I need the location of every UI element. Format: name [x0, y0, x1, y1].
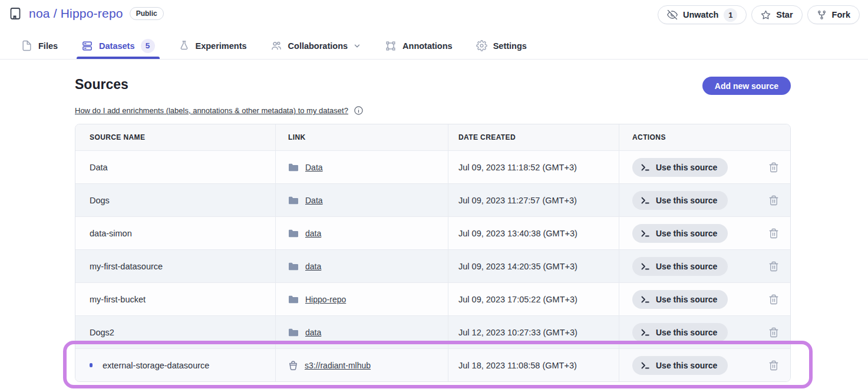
watch-count-badge: 1 [724, 8, 737, 22]
table-row: my-first-datasource data Jul 09, 2023 14… [75, 249, 790, 282]
terminal-icon [641, 262, 650, 271]
source-name-cell: my-first-bucket [75, 283, 276, 315]
terminal-icon [641, 328, 650, 337]
tab-experiments[interactable]: Experiments [179, 32, 247, 59]
use-this-source-button[interactable]: Use this source [632, 257, 728, 276]
sources-table: SOURCE NAME LINK DATE CREATED ACTIONS Da… [75, 124, 791, 382]
actions-cell: Use this source [619, 283, 790, 315]
delete-source-button[interactable] [768, 360, 779, 371]
use-this-source-label: Use this source [656, 229, 717, 238]
source-status-dot-icon [90, 363, 93, 367]
eye-off-icon [667, 9, 678, 20]
actions-cell: Use this source [619, 151, 790, 183]
header-date-created: DATE CREATED [448, 124, 619, 150]
fork-label: Fork [832, 10, 850, 19]
source-link[interactable]: s3://radiant-mlhub [305, 361, 371, 370]
source-name: Dogs2 [90, 328, 114, 337]
tab-collaborations-label: Collaborations [288, 41, 348, 51]
tab-datasets-label: Datasets [99, 41, 134, 51]
link-cell: Data [276, 184, 448, 216]
table-row: Dogs Data Jul 09, 2023 11:27:57 (GMT+3) … [75, 183, 790, 216]
date-cell: Jul 09, 2023 11:18:52 (GMT+3) [448, 151, 619, 183]
actions-cell: Use this source [619, 217, 790, 249]
flask-icon [179, 40, 190, 51]
page-title: Sources [75, 77, 128, 93]
header-link: LINK [276, 124, 448, 150]
date-cell: Jul 18, 2023 11:08:58 (GMT+3) [448, 349, 619, 381]
folder-icon [288, 229, 299, 238]
tab-files-label: Files [38, 41, 58, 51]
use-this-source-button[interactable]: Use this source [632, 290, 728, 309]
tab-settings-label: Settings [493, 41, 527, 51]
source-name: external-storage-datasource [103, 361, 209, 370]
tab-experiments-label: Experiments [196, 41, 247, 51]
source-name-cell: data-simon [75, 217, 276, 249]
link-cell: data [276, 217, 448, 249]
visibility-badge: Public [130, 7, 164, 20]
source-link[interactable]: Hippo-repo [305, 295, 346, 304]
annotations-icon [385, 40, 397, 52]
table-row: Data Data Jul 09, 2023 11:18:52 (GMT+3) … [75, 150, 790, 183]
gear-icon [476, 40, 487, 51]
star-button[interactable]: Star [751, 5, 802, 24]
bucket-icon [288, 360, 298, 371]
link-cell: Data [276, 151, 448, 183]
source-link[interactable]: data [305, 262, 321, 271]
source-name-cell: external-storage-datasource [75, 349, 276, 381]
tab-datasets[interactable]: Datasets 5 [81, 32, 154, 59]
date-cell: Jul 09, 2023 14:20:35 (GMT+3) [448, 250, 619, 282]
source-name-cell: Dogs2 [75, 316, 276, 348]
terminal-icon [641, 163, 650, 172]
source-link[interactable]: data [305, 229, 321, 238]
delete-source-button[interactable] [768, 195, 779, 206]
delete-source-button[interactable] [768, 327, 779, 338]
use-this-source-button[interactable]: Use this source [632, 158, 728, 177]
source-link[interactable]: Data [305, 163, 323, 172]
source-name-cell: Dogs [75, 184, 276, 216]
chevron-down-icon [353, 42, 361, 50]
file-icon [21, 40, 32, 51]
actions-cell: Use this source [619, 250, 790, 282]
source-link[interactable]: data [305, 328, 321, 337]
use-this-source-button[interactable]: Use this source [632, 191, 728, 210]
info-icon[interactable] [354, 106, 364, 116]
repo-icon [8, 6, 22, 21]
use-this-source-label: Use this source [656, 196, 717, 205]
fork-button[interactable]: Fork [807, 5, 860, 24]
tab-annotations[interactable]: Annotations [385, 32, 453, 59]
folder-icon [288, 163, 299, 172]
use-this-source-label: Use this source [656, 295, 717, 304]
date-cell: Jul 09, 2023 17:05:22 (GMT+3) [448, 283, 619, 315]
repo-title[interactable]: noa / Hippo-repo [29, 6, 123, 21]
use-this-source-button[interactable]: Use this source [632, 224, 728, 243]
link-cell: s3://radiant-mlhub [276, 349, 448, 381]
table-header-row: SOURCE NAME LINK DATE CREATED ACTIONS [75, 124, 790, 150]
delete-source-button[interactable] [768, 228, 779, 239]
enrichments-help-link[interactable]: How do I add enrichments (labels, annota… [75, 106, 348, 115]
tab-annotations-label: Annotations [402, 41, 453, 51]
tab-collaborations[interactable]: Collaborations [270, 32, 362, 59]
delete-source-button[interactable] [768, 261, 779, 272]
use-this-source-button[interactable]: Use this source [632, 323, 728, 342]
use-this-source-label: Use this source [656, 262, 717, 271]
add-new-source-button[interactable]: Add new source [702, 77, 791, 95]
unwatch-button[interactable]: Unwatch 1 [658, 5, 747, 24]
source-name: data-simon [90, 229, 132, 238]
source-link[interactable]: Data [305, 196, 323, 205]
help-row: How do I add enrichments (labels, annota… [75, 106, 364, 116]
use-this-source-button[interactable]: Use this source [632, 356, 728, 375]
tab-files[interactable]: Files [21, 32, 58, 59]
delete-source-button[interactable] [768, 162, 779, 173]
actions-cell: Use this source [619, 184, 790, 216]
source-name: Data [90, 163, 108, 172]
source-name-cell: my-first-datasource [75, 250, 276, 282]
folder-icon [288, 196, 299, 205]
table-row: data-simon data Jul 09, 2023 13:40:38 (G… [75, 216, 790, 249]
datasets-icon [81, 40, 93, 52]
use-this-source-label: Use this source [656, 328, 717, 337]
terminal-icon [641, 361, 650, 370]
folder-icon [288, 328, 299, 337]
tab-settings[interactable]: Settings [476, 32, 527, 59]
delete-source-button[interactable] [768, 294, 779, 305]
link-cell: data [276, 250, 448, 282]
